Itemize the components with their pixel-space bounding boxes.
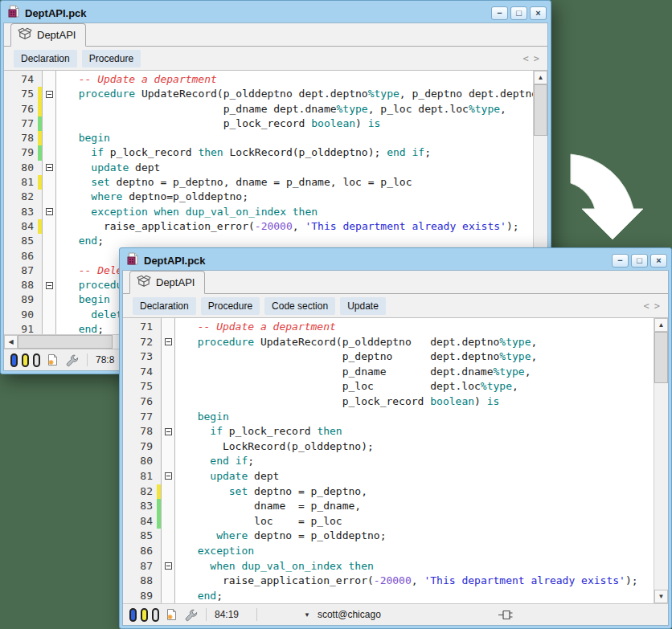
code-text: if p_lock_record then xyxy=(175,424,342,439)
scrollbar-thumb[interactable] xyxy=(18,335,113,349)
scrollbar-thumb[interactable] xyxy=(654,332,668,383)
line-number: 73 xyxy=(123,349,157,365)
line-number: 74 xyxy=(123,365,157,380)
line-number: 83 xyxy=(4,205,38,219)
fold-collapse-icon[interactable] xyxy=(46,282,53,289)
fold-column xyxy=(161,335,175,350)
toolbar-button-declaration[interactable]: Declaration xyxy=(14,50,77,67)
line-number: 78 xyxy=(123,424,157,439)
close-button[interactable]: × xyxy=(530,6,547,20)
toolbar-button-procedure[interactable]: Procedure xyxy=(201,297,260,315)
fold-column xyxy=(42,234,56,248)
connection-label[interactable]: scott@chicago xyxy=(318,609,381,620)
nav-forward-icon[interactable]: > xyxy=(534,53,539,64)
fold-collapse-icon[interactable] xyxy=(165,338,172,345)
code-line: 83 dname = p_dname, xyxy=(123,499,654,514)
fold-column xyxy=(161,454,175,469)
code-line: 85 end; xyxy=(4,234,533,248)
code-text: end; xyxy=(175,589,223,603)
indicator-pill-yellow-icon xyxy=(141,608,148,622)
pin-icon[interactable] xyxy=(498,610,514,620)
scroll-up-icon[interactable]: ▲ xyxy=(654,318,668,332)
scroll-down-icon[interactable]: ▼ xyxy=(654,590,668,603)
nav-back-icon[interactable]: < xyxy=(523,53,529,64)
fold-collapse-icon[interactable] xyxy=(46,164,53,171)
toolbar-button-code-section[interactable]: Code section xyxy=(264,297,335,315)
fold-column xyxy=(42,322,56,334)
vertical-scrollbar[interactable]: ▲ ▼ xyxy=(654,318,668,603)
line-number: 79 xyxy=(123,439,157,455)
nav-back-icon[interactable]: < xyxy=(644,300,649,312)
code-line: 85 where deptno = p_olddeptno; xyxy=(123,529,654,544)
code-line: 81 update dept xyxy=(123,469,654,484)
code-line: 74 -- Update a department xyxy=(4,72,533,87)
line-number: 78 xyxy=(4,131,38,145)
cursor-position: 84:19 xyxy=(215,609,248,620)
fold-column xyxy=(161,439,175,455)
code-line: 72 procedure UpdateRecord(p_olddeptno de… xyxy=(123,335,654,350)
indicator-pill-yellow-icon xyxy=(22,353,29,367)
fold-collapse-icon[interactable] xyxy=(165,562,172,570)
nav-forward-icon[interactable]: > xyxy=(654,300,660,312)
fold-collapse-icon[interactable] xyxy=(46,91,53,98)
toolbar: DeclarationProcedureCode sectionUpdate <… xyxy=(123,294,668,317)
titlebar[interactable]: DeptAPI.pck − □ × xyxy=(3,3,548,22)
chevron-down-icon[interactable]: ▼ xyxy=(304,611,310,619)
fold-column xyxy=(42,190,56,204)
scrollbar-thumb[interactable] xyxy=(534,84,547,136)
divider xyxy=(206,608,207,621)
code-text: begin xyxy=(175,410,229,425)
indicator-pill-gray-icon xyxy=(33,353,40,367)
fold-column xyxy=(42,205,56,219)
line-number: 75 xyxy=(123,379,157,394)
code-line: 78 if p_lock_record then xyxy=(123,424,654,439)
code-text: raise_application_error(-20000, 'This de… xyxy=(175,574,638,589)
code-text: p_loc dept.loc%type, xyxy=(175,379,518,394)
close-button[interactable]: × xyxy=(650,254,667,268)
line-number: 86 xyxy=(4,249,38,263)
line-number: 72 xyxy=(123,335,157,350)
fold-column xyxy=(161,484,175,500)
minimize-button[interactable]: − xyxy=(612,254,629,268)
line-number: 88 xyxy=(123,574,157,589)
session-selector[interactable]: ▼ scott@chicago xyxy=(304,609,381,620)
fold-collapse-icon[interactable] xyxy=(165,472,172,480)
minimize-button[interactable]: − xyxy=(491,6,508,20)
maximize-button[interactable]: □ xyxy=(631,254,648,268)
toolbar-button-declaration[interactable]: Declaration xyxy=(133,297,196,315)
tab-deptapi[interactable]: DeptAPI xyxy=(10,23,86,47)
line-number: 77 xyxy=(123,410,157,425)
pck-file-icon xyxy=(127,252,139,268)
line-number: 82 xyxy=(4,190,38,204)
fold-column xyxy=(161,410,175,425)
scroll-left-icon[interactable]: ◀ xyxy=(4,335,18,349)
line-number: 76 xyxy=(123,394,157,410)
titlebar[interactable]: DeptAPI.pck − □ × xyxy=(122,251,669,270)
divider xyxy=(256,608,257,621)
code-editor[interactable]: 71 -- Update a department72 procedure Up… xyxy=(123,318,654,603)
code-line: 79 LockRecord(p_olddeptno); xyxy=(123,439,654,455)
maximize-button[interactable]: □ xyxy=(510,6,527,20)
code-text: -- Update a department xyxy=(175,320,336,335)
scroll-up-icon[interactable]: ▲ xyxy=(534,71,547,84)
code-line: 75 p_loc dept.loc%type, xyxy=(123,379,654,394)
line-number: 85 xyxy=(4,234,38,248)
window-title: DeptAPI.pck xyxy=(25,7,486,19)
fold-column xyxy=(161,589,175,603)
line-number: 71 xyxy=(123,320,157,335)
window-front: DeptAPI.pck − □ × xyxy=(119,247,672,629)
toolbar-button-update[interactable]: Update xyxy=(340,297,386,315)
tab-deptapi[interactable]: DeptAPI xyxy=(129,271,205,294)
line-number: 86 xyxy=(123,544,157,559)
fold-column xyxy=(42,116,56,131)
fold-column xyxy=(42,102,56,116)
fold-column xyxy=(161,514,175,529)
fold-collapse-icon[interactable] xyxy=(165,428,172,435)
code-line: 81 set deptno = p_deptno, dname = p_dnam… xyxy=(4,175,533,190)
fold-column xyxy=(161,544,175,559)
fold-collapse-icon[interactable] xyxy=(46,208,53,215)
line-number: 85 xyxy=(123,529,157,544)
toolbar-button-procedure[interactable]: Procedure xyxy=(82,50,141,67)
line-number: 81 xyxy=(123,469,157,484)
code-line: 76 p_dname dept.dname%type, p_loc dept.l… xyxy=(4,102,533,116)
